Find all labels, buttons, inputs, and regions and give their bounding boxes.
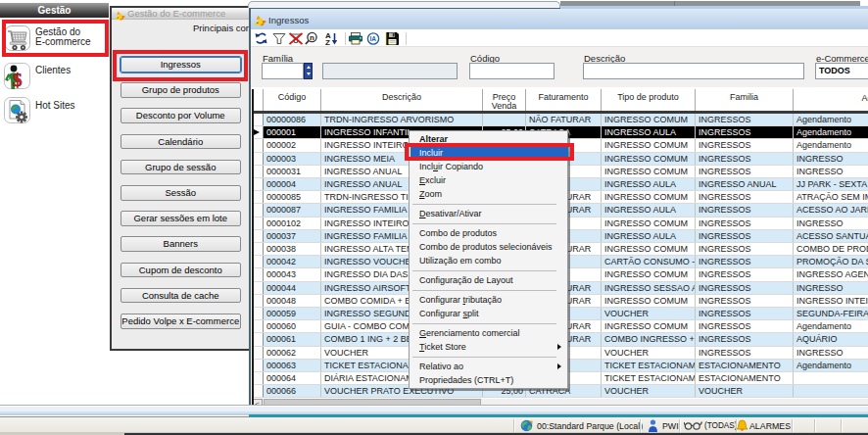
svg-text:IA: IA xyxy=(370,35,377,42)
svg-text:n: n xyxy=(310,33,314,42)
svg-text:$: $ xyxy=(13,70,23,90)
svg-text:Z: Z xyxy=(325,38,330,47)
